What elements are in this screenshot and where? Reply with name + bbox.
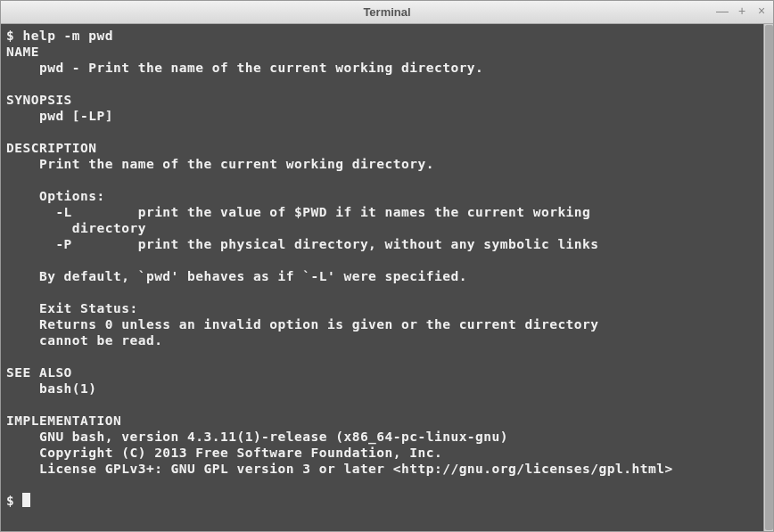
synopsis-line: pwd [-LP] [6, 109, 113, 123]
seealso-line: bash(1) [6, 381, 97, 396]
section-header-name: NAME [6, 45, 39, 59]
impl-copyright-line: Copyright (C) 2013 Free Software Foundat… [6, 446, 442, 460]
prompt: $ [6, 494, 22, 508]
prompt: $ [6, 29, 22, 43]
scrollbar-thumb[interactable] [765, 25, 773, 530]
scrollbar[interactable] [763, 24, 773, 531]
option-P-line: -P print the physical directory, without… [6, 237, 599, 251]
close-icon[interactable]: × [755, 4, 768, 17]
exit-status-line1: Returns 0 unless an invalid option is gi… [6, 317, 599, 331]
section-header-description: DESCRIPTION [6, 141, 97, 155]
section-header-synopsis: SYNOPSIS [6, 93, 72, 107]
exit-status-header: Exit Status: [6, 301, 138, 315]
terminal-content[interactable]: $ help -m pwd NAME pwd - Print the name … [1, 24, 763, 531]
terminal-window: Terminal — + × $ help -m pwd NAME pwd - … [0, 0, 774, 532]
terminal-area: $ help -m pwd NAME pwd - Print the name … [1, 24, 773, 531]
exit-status-line2: cannot be read. [6, 333, 162, 348]
section-header-seealso: SEE ALSO [6, 365, 72, 380]
command-text: help -m pwd [22, 29, 113, 43]
minimize-icon[interactable]: — [716, 4, 729, 17]
impl-version-line: GNU bash, version 4.3.11(1)-release (x86… [6, 430, 508, 444]
cursor-icon [22, 493, 30, 507]
maximize-icon[interactable]: + [736, 4, 748, 17]
titlebar: Terminal — + × [1, 1, 773, 24]
section-header-implementation: IMPLEMENTATION [6, 413, 121, 428]
window-title: Terminal [363, 5, 410, 19]
option-L-line2: directory [6, 221, 146, 235]
description-line: Print the name of the current working di… [6, 157, 434, 171]
default-behavior-line: By default, `pwd' behaves as if `-L' wer… [6, 269, 467, 283]
options-label: Options: [6, 189, 105, 203]
name-description: pwd - Print the name of the current work… [6, 61, 483, 75]
option-L-line1: -L print the value of $PWD if it names t… [6, 205, 590, 219]
window-controls: — + × [716, 4, 768, 17]
impl-license-line: License GPLv3+: GNU GPL version 3 or lat… [6, 462, 673, 476]
